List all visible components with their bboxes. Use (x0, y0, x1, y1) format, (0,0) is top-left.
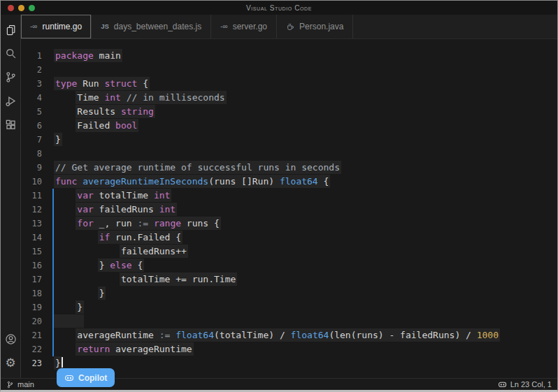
tab-label: days_between_dates.js (114, 22, 201, 31)
code-text: totalTime += run.Time (121, 274, 236, 284)
code-text: Failed bool (77, 120, 137, 131)
code-line-12[interactable]: 12 var failedRuns int (21, 203, 557, 217)
vscode-window: Visual Studio Code (0, 0, 558, 392)
line-number: 18 (21, 286, 42, 300)
line-number: 12 (21, 203, 42, 217)
branch-indicator[interactable]: main (6, 380, 34, 389)
line-number: 23 (21, 356, 42, 370)
extensions-icon[interactable] (3, 116, 18, 133)
tab-days_between_dates.js[interactable]: JSdays_between_dates.js (92, 15, 211, 38)
settings-gear-icon[interactable]: ⚙ (3, 354, 18, 371)
line-number: 21 (21, 328, 42, 342)
code-line-9[interactable]: 9// Get average runtime of successful ru… (21, 161, 557, 175)
line-number: 15 (21, 245, 42, 259)
line-number: 1 (21, 49, 42, 63)
code-line-16[interactable]: 16 } else { (21, 259, 557, 273)
tab-label: server.go (233, 22, 267, 31)
code-text: } (99, 288, 105, 298)
copilot-icon (498, 380, 507, 389)
line-number: 2 (21, 63, 42, 77)
line-number: 9 (21, 161, 42, 175)
line-number: 5 (21, 105, 42, 119)
tab-server.go[interactable]: -∞server.go (211, 15, 277, 38)
code-text: type Run struct { (55, 78, 148, 89)
code-editor[interactable]: 1package main23type Run struct {4 Time i… (21, 39, 557, 378)
run-debug-icon[interactable] (3, 92, 18, 109)
code-line-7[interactable]: 7} (21, 133, 557, 147)
maximize-window-icon[interactable] (29, 5, 35, 11)
line-number: 19 (21, 300, 42, 314)
code-text: } else { (99, 260, 143, 270)
line-number: 3 (21, 77, 42, 91)
code-text: if run.Failed { (99, 232, 181, 242)
java-icon (286, 22, 294, 31)
explorer-icon[interactable] (3, 21, 18, 38)
code-text: Time int // in milliseconds (77, 92, 224, 103)
code-line-22[interactable]: 22 return averageRuntime (21, 342, 557, 356)
code-text: } (77, 302, 83, 312)
search-icon[interactable] (3, 45, 18, 61)
code-line-4[interactable]: 4 Time int // in milliseconds (21, 91, 557, 105)
tab-label: runtime.go (42, 22, 82, 31)
code-text: var failedRuns int (77, 204, 176, 215)
code-line-5[interactable]: 5 Results string (21, 105, 557, 119)
code-text: Results string (77, 106, 154, 117)
code-text: package main (55, 50, 121, 61)
close-window-icon[interactable] (8, 5, 14, 11)
line-number: 8 (21, 147, 42, 161)
tab-Person.java[interactable]: Person.java (277, 15, 353, 38)
code-line-1[interactable]: 1package main (21, 49, 557, 63)
copilot-button[interactable]: Copilot (57, 368, 115, 387)
code-line-14[interactable]: 14 if run.Failed { (21, 231, 557, 245)
code-line-17[interactable]: 17 totalTime += run.Time (21, 273, 557, 286)
copilot-icon (64, 373, 74, 383)
source-control-icon[interactable] (3, 68, 18, 85)
code-text: failedRuns++ (121, 246, 187, 256)
code-line-15[interactable]: 15 failedRuns++ (21, 245, 557, 259)
code-line-10[interactable]: 10func averageRuntimeInSeconds(runs []Ru… (21, 175, 557, 189)
line-number: 20 (21, 314, 42, 328)
code-line-6[interactable]: 6 Failed bool (21, 119, 557, 133)
code-line-20[interactable]: 20 (21, 314, 557, 328)
code-text: func averageRuntimeInSeconds(runs []Run)… (55, 176, 329, 187)
code-line-19[interactable]: 19 } (21, 300, 557, 314)
line-number: 16 (21, 259, 42, 273)
cursor-position-indicator[interactable]: Ln 23 Col, 1 (498, 380, 552, 389)
cursor-position: Ln 23 Col, 1 (510, 380, 552, 389)
code-line-18[interactable]: 18 } (21, 286, 557, 300)
code-line-2[interactable]: 2 (21, 63, 557, 77)
line-number: 7 (21, 133, 42, 147)
code-text: } (55, 134, 61, 145)
go-icon: -∞ (30, 23, 37, 30)
code-text: averageRuntime := float64(totalTime) / f… (77, 330, 499, 340)
line-number: 11 (21, 189, 42, 203)
code-text: for _, run := range runs { (77, 218, 220, 228)
line-number: 17 (21, 273, 42, 286)
tab-runtime.go[interactable]: -∞runtime.go (21, 15, 92, 38)
line-number: 6 (21, 119, 42, 133)
text-cursor (62, 357, 63, 368)
line-number: 14 (21, 231, 42, 245)
code-text: } (55, 358, 61, 368)
activity-bar: ⚙ (1, 15, 21, 378)
code-line-11[interactable]: 11 var totalTime int (21, 189, 557, 203)
minimize-window-icon[interactable] (18, 5, 24, 11)
tab-bar: -∞runtime.goJSdays_between_dates.js-∞ser… (21, 15, 557, 39)
line-number: 13 (21, 217, 42, 231)
go-icon: -∞ (220, 23, 227, 30)
active-indent-guide (52, 189, 54, 356)
title-bar: Visual Studio Code (1, 1, 557, 15)
code-line-3[interactable]: 3type Run struct { (21, 77, 557, 91)
code-text: var totalTime int (77, 190, 170, 201)
copilot-button-label: Copilot (78, 373, 107, 383)
code-text (55, 316, 83, 326)
code-line-13[interactable]: 13 for _, run := range runs { (21, 217, 557, 231)
code-line-8[interactable]: 8 (21, 147, 557, 161)
code-line-21[interactable]: 21 averageRuntime := float64(totalTime) … (21, 328, 557, 342)
traffic-lights (8, 5, 35, 11)
window-title: Visual Studio Code (1, 4, 557, 12)
line-number: 10 (21, 175, 42, 189)
code-text: return averageRuntime (77, 344, 192, 354)
account-icon[interactable] (3, 331, 18, 347)
tab-label: Person.java (299, 22, 343, 31)
